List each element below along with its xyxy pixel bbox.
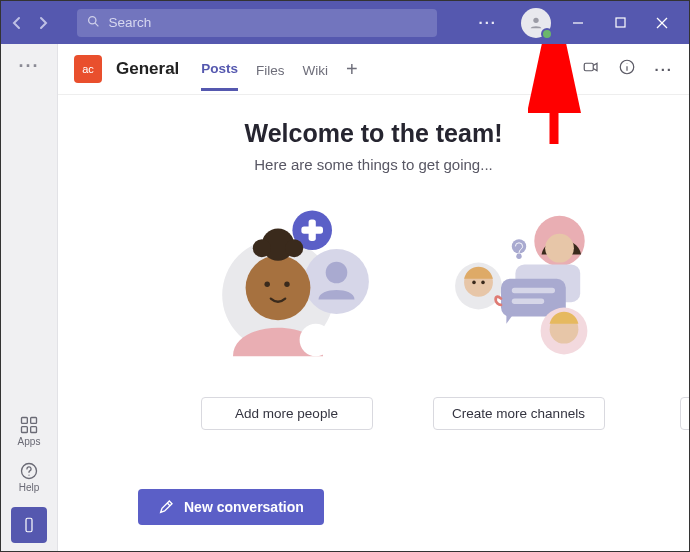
maximize-button[interactable] — [599, 2, 641, 44]
meet-button[interactable] — [582, 58, 600, 80]
svg-rect-4 — [616, 18, 625, 27]
svg-point-32 — [545, 234, 574, 263]
svg-point-0 — [89, 16, 96, 23]
svg-rect-14 — [585, 63, 594, 71]
search-input[interactable]: Search — [77, 9, 437, 37]
svg-point-36 — [481, 281, 485, 285]
search-icon — [87, 15, 100, 31]
window-controls — [557, 2, 683, 44]
add-people-illustration — [197, 201, 377, 371]
tab-posts[interactable]: Posts — [201, 47, 238, 91]
channel-header: ac General Posts Files Wiki + ··· — [58, 44, 689, 94]
main-content: ac General Posts Files Wiki + ··· Welcom… — [58, 44, 689, 551]
rail-more-button[interactable]: ··· — [18, 56, 39, 77]
svg-point-29 — [284, 282, 289, 287]
svg-rect-10 — [31, 427, 37, 433]
svg-line-1 — [96, 23, 99, 26]
channel-tabs: Posts Files Wiki + — [201, 47, 357, 91]
add-tab-button[interactable]: + — [346, 58, 358, 81]
welcome-subtitle: Here are some things to get going... — [58, 156, 689, 173]
open-faq-button[interactable]: Op — [680, 397, 690, 430]
svg-point-20 — [325, 262, 347, 284]
faq-illustration: ? — [661, 201, 691, 371]
settings-more-button[interactable]: ··· — [478, 14, 497, 31]
rail-help-button[interactable]: Help — [19, 461, 40, 493]
svg-point-35 — [472, 281, 476, 285]
welcome-section: Welcome to the team! Here are some thing… — [58, 95, 689, 173]
team-avatar[interactable]: ac — [74, 55, 102, 83]
nav-back-button[interactable] — [7, 9, 27, 37]
minimize-button[interactable] — [557, 2, 599, 44]
create-channels-button[interactable]: Create more channels — [433, 397, 605, 430]
help-icon — [19, 461, 39, 481]
channel-name: General — [116, 59, 179, 79]
search-placeholder: Search — [108, 15, 151, 30]
svg-rect-40 — [511, 299, 543, 304]
svg-rect-39 — [511, 288, 554, 293]
svg-rect-23 — [301, 227, 323, 234]
apps-icon — [19, 415, 39, 435]
svg-point-24 — [245, 255, 310, 320]
svg-rect-13 — [26, 518, 32, 532]
channel-more-button[interactable]: ··· — [654, 61, 673, 78]
compose-icon — [158, 499, 174, 515]
create-channels-illustration — [429, 201, 609, 371]
card-open-faq: ? Op — [661, 201, 691, 430]
onboarding-cards: Add more people — [58, 201, 689, 430]
video-icon — [582, 58, 600, 76]
svg-point-27 — [285, 239, 303, 257]
card-create-channels: Create more channels — [429, 201, 609, 430]
info-icon — [618, 58, 636, 76]
tab-files[interactable]: Files — [256, 49, 285, 90]
svg-point-28 — [264, 282, 269, 287]
svg-point-12 — [28, 475, 29, 476]
welcome-title: Welcome to the team! — [58, 119, 689, 148]
rail-help-label: Help — [19, 482, 40, 493]
info-button[interactable] — [618, 58, 636, 80]
new-conversation-label: New conversation — [184, 499, 304, 515]
close-button[interactable] — [641, 2, 683, 44]
svg-rect-8 — [31, 418, 37, 424]
profile-avatar[interactable] — [521, 8, 551, 38]
channel-actions: ··· — [582, 58, 673, 80]
svg-point-30 — [299, 324, 331, 356]
svg-point-26 — [252, 239, 270, 257]
nav-forward-button[interactable] — [33, 9, 53, 37]
svg-rect-9 — [21, 427, 27, 433]
svg-rect-7 — [21, 418, 27, 424]
add-people-button[interactable]: Add more people — [201, 397, 373, 430]
new-conversation-button[interactable]: New conversation — [138, 489, 324, 525]
svg-point-42 — [516, 254, 521, 259]
device-icon — [20, 516, 38, 534]
title-bar: Search ··· — [1, 1, 689, 44]
svg-point-2 — [533, 17, 538, 22]
presence-available-icon — [541, 28, 553, 40]
app-rail: ··· Apps Help — [1, 44, 58, 551]
card-add-people: Add more people — [197, 201, 377, 430]
rail-selected-item[interactable] — [11, 507, 47, 543]
tab-wiki[interactable]: Wiki — [303, 49, 329, 90]
rail-apps-button[interactable]: Apps — [18, 415, 41, 447]
svg-point-17 — [627, 63, 628, 64]
rail-apps-label: Apps — [18, 436, 41, 447]
